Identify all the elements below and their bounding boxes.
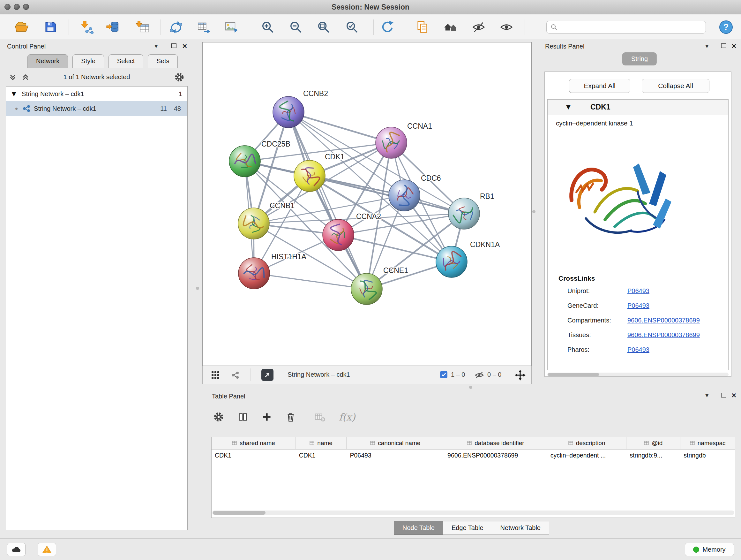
- pan-tool-icon[interactable]: [515, 370, 526, 382]
- network-node-HIST1H1A[interactable]: [239, 258, 270, 289]
- crosslink-link[interactable]: P06493: [627, 287, 650, 295]
- network-row[interactable]: • String Network – cdk1 11 48: [6, 101, 187, 116]
- network-collection-row[interactable]: ▼ String Network – cdk1 1: [6, 86, 187, 101]
- table-options-button[interactable]: [213, 412, 224, 422]
- crosslink-link[interactable]: P06493: [627, 302, 650, 309]
- table-hscrollbar-thumb[interactable]: [213, 511, 266, 515]
- network-canvas[interactable]: CCNB2CCNA1CDC25BCDK1CDC6RB1CCNB1CCNA2CDK…: [203, 43, 531, 366]
- table-row[interactable]: CDK1 CDK1 P06493 9606.ENSP00000378699 cy…: [212, 449, 735, 462]
- splitter-handle[interactable]: [532, 210, 536, 213]
- network-node-CCNB1[interactable]: [238, 208, 269, 239]
- tab-network[interactable]: Network: [27, 54, 68, 68]
- hidden-eye-slash-icon[interactable]: [475, 371, 484, 380]
- section-collapse-icon[interactable]: ▼: [566, 104, 570, 110]
- table-cell[interactable]: stringdb: [680, 449, 735, 462]
- add-column-button[interactable]: [262, 412, 272, 422]
- expand-all-button[interactable]: Expand All: [569, 79, 630, 93]
- save-session-button[interactable]: [42, 18, 59, 36]
- network-node-CDC25B[interactable]: [229, 145, 260, 177]
- column-header-canonical-name[interactable]: canonical name: [347, 437, 444, 449]
- network-node-CCNA1[interactable]: [376, 127, 407, 159]
- gene-section-header[interactable]: ▼ CDK1: [548, 100, 728, 115]
- table-cell[interactable]: stringdb:9...: [626, 449, 680, 462]
- column-header-database-identifier[interactable]: database identifier: [444, 437, 547, 449]
- table-cell[interactable]: CDK1: [212, 449, 296, 462]
- network-node-CDK1[interactable]: [294, 160, 325, 192]
- column-header-shared-name[interactable]: shared name: [212, 437, 296, 449]
- results-scrollbar[interactable]: [547, 373, 729, 376]
- import-network-database-button[interactable]: [105, 18, 122, 36]
- panel-collapse-icon[interactable]: ▾: [705, 391, 709, 399]
- tab-edge-table[interactable]: Edge Table: [443, 521, 492, 535]
- apply-layout-button[interactable]: [379, 18, 396, 36]
- network-node-CCNB2[interactable]: [273, 97, 304, 128]
- network-node-RB1[interactable]: [448, 198, 480, 229]
- memory-button[interactable]: Memory: [685, 543, 734, 556]
- network-node-CDC6[interactable]: [389, 180, 420, 211]
- panel-float-icon[interactable]: [171, 44, 177, 48]
- function-builder-button[interactable]: f(x): [339, 412, 355, 423]
- export-image-button[interactable]: [223, 18, 240, 36]
- warnings-button[interactable]: [38, 543, 56, 556]
- zoom-in-button[interactable]: [259, 18, 276, 36]
- show-all-button[interactable]: [498, 18, 515, 36]
- export-table-button[interactable]: [195, 18, 212, 36]
- grid-view-icon[interactable]: [211, 371, 220, 381]
- tab-style[interactable]: Style: [72, 54, 104, 68]
- network-share-icon[interactable]: [231, 371, 240, 381]
- crosslink-link[interactable]: 9606.ENSP00000378699: [627, 331, 700, 339]
- network-edge-HIST1H1A-CCNE1[interactable]: [254, 273, 367, 289]
- column-header-name[interactable]: name: [296, 437, 347, 449]
- zoom-selected-button[interactable]: [343, 18, 360, 36]
- cloud-status-button[interactable]: [7, 543, 25, 556]
- delete-table-button[interactable]: [314, 412, 326, 422]
- tab-string[interactable]: String: [622, 52, 657, 65]
- table-cell[interactable]: CDK1: [296, 449, 347, 462]
- navigator-button[interactable]: [442, 18, 459, 36]
- crosslink-link[interactable]: 9606.ENSP00000378699: [627, 317, 700, 324]
- table-cell[interactable]: cyclin–dependent ...: [547, 449, 627, 462]
- export-network-button[interactable]: [167, 18, 185, 36]
- panel-float-icon[interactable]: [721, 44, 726, 48]
- crosslink-link[interactable]: P06493: [627, 346, 650, 354]
- table-cell[interactable]: P06493: [347, 449, 444, 462]
- tab-select[interactable]: Select: [109, 54, 144, 68]
- panel-close-icon[interactable]: ×: [182, 42, 188, 50]
- import-table-button[interactable]: [134, 18, 151, 36]
- search-input[interactable]: [560, 23, 702, 31]
- network-node-CCNE1[interactable]: [351, 273, 382, 305]
- panel-collapse-icon[interactable]: ▾: [154, 42, 158, 50]
- zoom-out-button[interactable]: [287, 18, 305, 36]
- network-edge-CCNB2-CCNE1[interactable]: [288, 112, 367, 289]
- show-columns-button[interactable]: [238, 412, 248, 422]
- column-header-id[interactable]: @id: [626, 437, 680, 449]
- network-view[interactable]: CCNB2CCNA1CDC25BCDK1CDC6RB1CCNB1CCNA2CDK…: [202, 42, 532, 366]
- selected-checkbox[interactable]: [440, 371, 448, 378]
- import-network-file-button[interactable]: [78, 18, 95, 36]
- panel-close-icon[interactable]: ×: [731, 391, 737, 399]
- tab-network-table[interactable]: Network Table: [492, 521, 549, 535]
- zoom-fit-button[interactable]: [315, 18, 332, 36]
- delete-column-button[interactable]: [285, 412, 296, 422]
- panel-close-icon[interactable]: ×: [731, 42, 737, 50]
- column-header-description[interactable]: description: [547, 437, 627, 449]
- open-session-button[interactable]: [13, 18, 30, 36]
- table-cell[interactable]: 9606.ENSP00000378699: [444, 449, 547, 462]
- network-node-CDKN1A[interactable]: [436, 246, 467, 277]
- panel-collapse-icon[interactable]: ▾: [705, 42, 709, 50]
- hide-selected-button[interactable]: [470, 18, 487, 36]
- copy-document-button[interactable]: [414, 18, 431, 36]
- tree-expand-icon[interactable]: ▼: [12, 91, 16, 97]
- splitter-handle[interactable]: [196, 287, 199, 290]
- table-hscrollbar[interactable]: [212, 510, 734, 515]
- collapse-all-button[interactable]: Collapse All: [642, 79, 710, 93]
- results-scrollbar-thumb[interactable]: [548, 373, 599, 376]
- detach-view-button[interactable]: [261, 369, 273, 381]
- splitter-handle[interactable]: [469, 386, 472, 389]
- help-button[interactable]: ?: [718, 18, 735, 36]
- column-header-namespace[interactable]: namespac: [680, 437, 735, 449]
- panel-float-icon[interactable]: [721, 393, 726, 397]
- network-node-CCNA2[interactable]: [323, 219, 354, 251]
- network-edge-CCNB2-CCNA1[interactable]: [288, 112, 391, 143]
- tab-sets[interactable]: Sets: [148, 54, 178, 68]
